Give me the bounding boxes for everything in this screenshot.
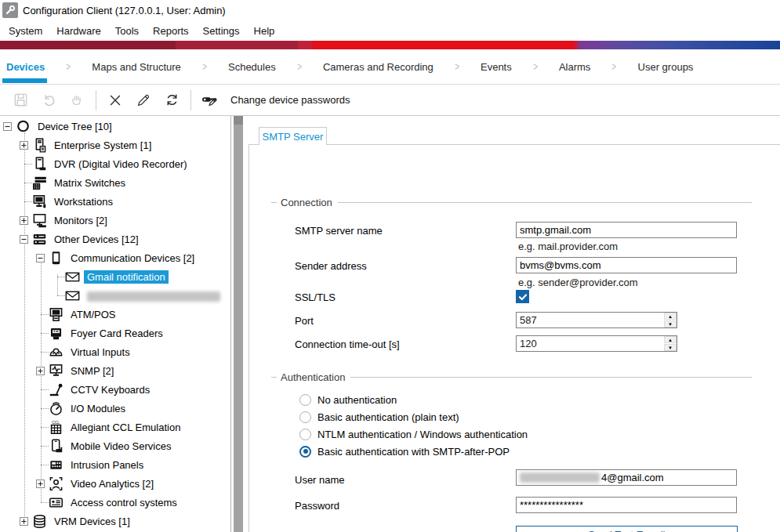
- port-spinner[interactable]: 587 ▲ ▼: [516, 312, 677, 328]
- edit-button[interactable]: [129, 89, 158, 112]
- radio-selected-icon[interactable]: [299, 446, 311, 458]
- radio-option-ntlm-authentication-windows-authentication[interactable]: NTLM authentication / Windows authentica…: [299, 425, 528, 443]
- tree-item-label[interactable]: Intrusion Panels: [67, 458, 147, 472]
- delete-button[interactable]: [101, 89, 129, 112]
- tree-item-mobile-video-services[interactable]: Mobile Video Services: [0, 436, 230, 455]
- tree-item-label[interactable]: SNMP [2]: [67, 364, 117, 378]
- expand-icon[interactable]: [36, 480, 45, 488]
- radio-option-no-authentication[interactable]: No authentication: [299, 391, 397, 408]
- nav-tab-events[interactable]: Events: [470, 61, 523, 73]
- spin-down-icon[interactable]: ▼: [664, 320, 677, 328]
- save-button[interactable]: [6, 89, 34, 112]
- tree-item-monitors-2[interactable]: Monitors [2]: [0, 211, 230, 230]
- dvr-icon: [32, 157, 47, 172]
- spin-up-icon[interactable]: ▲: [664, 336, 677, 343]
- tree-item-i-o-modules[interactable]: I/O Modules: [0, 399, 230, 418]
- collapse-icon[interactable]: [36, 254, 45, 262]
- tree-item-label[interactable]: Device Tree [10]: [34, 120, 115, 133]
- tree-item-label[interactable]: Enterprise System [1]: [51, 139, 154, 152]
- undo-button[interactable]: [34, 89, 63, 112]
- splitter-handle[interactable]: [234, 116, 243, 125]
- ssl-tls-checkbox[interactable]: [516, 290, 529, 303]
- tree-item-matrix-switches[interactable]: Matrix Switches: [0, 173, 230, 192]
- tree-item-label[interactable]: Video Analytics [2]: [67, 477, 157, 490]
- password-input[interactable]: [516, 497, 737, 513]
- menu-help[interactable]: Help: [247, 22, 282, 40]
- radio-unselected-icon[interactable]: [299, 411, 311, 423]
- tree-item-redacted[interactable]: [0, 286, 230, 305]
- tree-item-video-analytics-2[interactable]: Video Analytics [2]: [0, 474, 230, 493]
- menu-hardware[interactable]: Hardware: [49, 22, 107, 40]
- nav-tab-maps-and-structure[interactable]: Maps and Structure: [81, 61, 191, 73]
- timeout-value[interactable]: 120: [517, 336, 663, 351]
- expand-icon[interactable]: [20, 517, 28, 526]
- timeout-spinner[interactable]: 120 ▲ ▼: [516, 335, 677, 352]
- menu-settings[interactable]: Settings: [196, 22, 247, 40]
- tree-item-label[interactable]: CCTV Keyboards: [67, 383, 153, 396]
- nav-tab-devices[interactable]: Devices: [6, 61, 56, 73]
- tree-item-label[interactable]: [84, 289, 223, 302]
- port-value[interactable]: 587: [517, 313, 663, 328]
- tree-item-access-control-systems[interactable]: Access control systems: [0, 493, 230, 512]
- tree-item-label[interactable]: Workstations: [51, 195, 116, 208]
- send-test-email-button[interactable]: Send Test E-mail: [516, 526, 738, 532]
- nav-tab-alarms[interactable]: Alarms: [548, 61, 601, 73]
- tree-item-label[interactable]: Matrix Switches: [51, 176, 129, 190]
- change-passwords-label[interactable]: Change device passwords: [230, 94, 350, 106]
- nav-tab-schedules[interactable]: Schedules: [217, 61, 287, 73]
- smtp-server-input[interactable]: [516, 222, 737, 238]
- tree-item-label[interactable]: Mobile Video Services: [67, 440, 174, 453]
- tree-item-atm-pos[interactable]: ATM/POS: [0, 305, 230, 324]
- tree-item-label[interactable]: I/O Modules: [67, 402, 129, 415]
- tree-item-label[interactable]: DVR (Digital Video Recorder): [51, 157, 190, 171]
- tree-item-device-tree-10[interactable]: Device Tree [10]: [0, 117, 230, 136]
- nav-tab-user-groups[interactable]: User groups: [627, 61, 705, 73]
- change-passwords-button[interactable]: [196, 89, 224, 112]
- radio-unselected-icon[interactable]: [299, 394, 311, 406]
- tree-item-workstations[interactable]: Workstations: [0, 192, 230, 211]
- collapse-icon[interactable]: [20, 235, 28, 244]
- tree-item-vrm-devices-1[interactable]: VRM Devices [1]: [0, 512, 230, 530]
- tree-item-label[interactable]: ATM/POS: [67, 308, 119, 321]
- expand-icon[interactable]: [20, 216, 28, 225]
- menu-tools[interactable]: Tools: [108, 22, 146, 40]
- tree-item-foyer-card-readers[interactable]: Foyer Card Readers: [0, 324, 230, 342]
- tree-item-communication-devices-2[interactable]: Communication Devices [2]: [0, 248, 230, 267]
- radio-unselected-icon[interactable]: [299, 429, 311, 440]
- tree-item-label[interactable]: Monitors [2]: [51, 214, 111, 227]
- panel-splitter[interactable]: [234, 116, 243, 532]
- tree-item-gmail-notification[interactable]: Gmail notification: [0, 267, 230, 286]
- tree-item-allegiant-ccl-emulation[interactable]: CCLAllegiant CCL Emulation: [0, 418, 230, 436]
- radio-option-basic-authentication-plain-text-[interactable]: Basic authentication (plain text): [299, 408, 459, 425]
- tree-item-dvr-digital-video-recorder[interactable]: DVR (Digital Video Recorder): [0, 154, 230, 173]
- tree-item-label[interactable]: Allegiant CCL Emulation: [67, 421, 183, 434]
- nav-tab-cameras-and-recording[interactable]: Cameras and Recording: [312, 61, 444, 73]
- username-input[interactable]: 4@gmail.com: [516, 469, 737, 486]
- hand-button[interactable]: [63, 89, 91, 112]
- mobile-icon: [49, 439, 63, 454]
- refresh-button[interactable]: [158, 89, 186, 112]
- tree-item-snmp-2[interactable]: SNMP [2]: [0, 361, 230, 380]
- sender-address-input[interactable]: [516, 257, 737, 273]
- menu-system[interactable]: System: [2, 22, 49, 40]
- menu-reports[interactable]: Reports: [146, 22, 196, 40]
- spin-down-icon[interactable]: ▼: [664, 344, 677, 351]
- tree-item-virtual-inputs[interactable]: Virtual Inputs: [0, 342, 230, 361]
- tree-item-label[interactable]: Other Devices [12]: [51, 233, 142, 246]
- tab-smtp-server[interactable]: SMTP Server: [259, 127, 327, 145]
- radio-option-basic-authentication-with-smtp-after-pop[interactable]: Basic authentication with SMTP-after-POP: [299, 443, 510, 460]
- expand-icon[interactable]: [36, 367, 45, 375]
- tree-item-label[interactable]: VRM Devices [1]: [51, 515, 133, 528]
- tree-item-label[interactable]: Gmail notification: [84, 270, 169, 284]
- tree-item-enterprise-system-1[interactable]: Enterprise System [1]: [0, 136, 230, 154]
- collapse-icon[interactable]: [3, 122, 12, 131]
- tree-item-label[interactable]: Foyer Card Readers: [67, 327, 166, 340]
- spin-up-icon[interactable]: ▲: [664, 313, 677, 320]
- tree-item-cctv-keyboards[interactable]: CCTV Keyboards: [0, 380, 230, 399]
- expand-icon[interactable]: [20, 141, 28, 150]
- tree-item-label[interactable]: Virtual Inputs: [67, 346, 133, 359]
- tree-item-label[interactable]: Access control systems: [67, 496, 180, 509]
- tree-item-label[interactable]: Communication Devices [2]: [67, 252, 198, 265]
- tree-item-other-devices-12[interactable]: Other Devices [12]: [0, 230, 230, 248]
- tree-item-intrusion-panels[interactable]: Intrusion Panels: [0, 455, 230, 474]
